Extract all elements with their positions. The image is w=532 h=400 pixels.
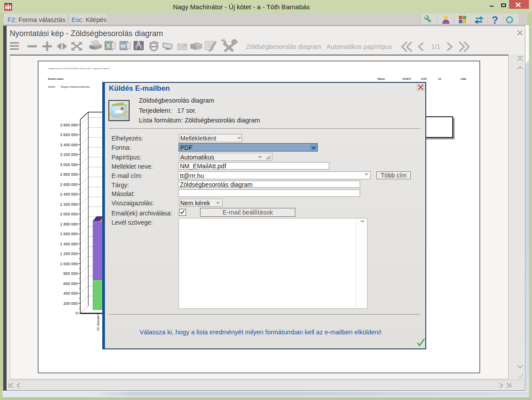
svg-text:200 000: 200 000: [63, 301, 78, 306]
svg-text:3 000 000: 3 000 000: [60, 163, 78, 167]
svg-text:X: X: [106, 42, 111, 49]
svg-text:3 600 000: 3 600 000: [60, 133, 78, 137]
svg-text:2 800 000: 2 800 000: [60, 172, 78, 177]
svg-text:1 800 000: 1 800 000: [60, 222, 78, 226]
svg-text:15.Január: 15.Január: [96, 315, 100, 331]
svg-text:W: W: [120, 43, 126, 49]
svg-text:2 200 000: 2 200 000: [60, 202, 78, 207]
svg-text:1 000 000: 1 000 000: [60, 262, 78, 266]
svg-text:2 600 000: 2 600 000: [60, 182, 78, 187]
svg-text:?: ?: [492, 15, 499, 25]
svg-text:1/1: 1/1: [431, 43, 440, 50]
svg-text:3 200 000: 3 200 000: [60, 152, 78, 157]
svg-text:800 000: 800 000: [63, 271, 78, 276]
svg-text:400 000: 400 000: [63, 291, 78, 296]
svg-text:2 400 000: 2 400 000: [60, 192, 78, 196]
svg-text:1 600 000: 1 600 000: [60, 232, 78, 236]
svg-text:2 000 000: 2 000 000: [60, 212, 78, 216]
svg-text:0: 0: [75, 311, 78, 315]
svg-text:1 200 000: 1 200 000: [60, 252, 78, 256]
svg-text:3 800 000: 3 800 000: [60, 123, 78, 127]
svg-text:600 000: 600 000: [63, 281, 78, 286]
svg-text:3 400 000: 3 400 000: [60, 143, 78, 147]
svg-text:1 400 000: 1 400 000: [60, 242, 78, 246]
